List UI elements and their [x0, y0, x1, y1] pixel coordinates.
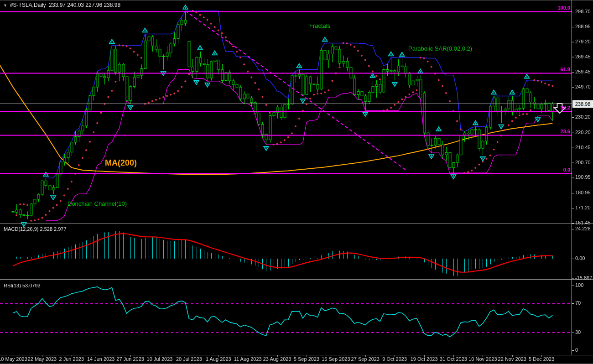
chart-window: ▼#S-TSLA,Daily 233.97 240.03 227.96 238.… — [0, 0, 593, 364]
price-axis-tick: 200.70 — [575, 160, 591, 165]
rsi-axis-tick: 70 — [575, 300, 581, 306]
date-axis-label: 5 Dec 2023 — [529, 356, 554, 362]
chart-title-bar[interactable]: ▼#S-TSLA,Daily 233.97 240.03 227.96 238.… — [3, 2, 120, 8]
date-axis-label: 22 Nov 2023 — [498, 356, 526, 362]
date-axis-label: 23 Aug 2023 — [263, 356, 291, 362]
macd-pane-label: MACD(12,26,9) 2.528 2.977 — [4, 226, 67, 232]
price-axis-tick: 279.20 — [575, 39, 591, 44]
date-axis-label: 9 Oct 2023 — [382, 356, 407, 362]
price-axis-tick: 288.95 — [575, 24, 591, 29]
price-axis-tick: 180.95 — [575, 190, 591, 195]
price-axis-tick: 269.45 — [575, 54, 591, 59]
fractals-label: Fractals — [309, 22, 330, 29]
price-chart-canvas[interactable] — [0, 0, 593, 364]
price-axis-tick: 298.70 — [575, 9, 591, 14]
ma200-label: MA(200) — [105, 158, 137, 168]
date-axis-label: 31 Oct 2023 — [440, 356, 467, 362]
symbol-dropdown-icon[interactable]: ▼ — [3, 3, 7, 8]
donchian-label: Donchian Channel(10) — [68, 200, 127, 207]
title-ohlc-values: 233.97 240.03 227.96 238.98 — [49, 2, 120, 8]
date-axis-label: 10 Jul 2023 — [147, 356, 173, 362]
date-axis-label: 22 May 2023 — [28, 356, 57, 362]
fib-level-label: 38.2 — [561, 105, 570, 110]
price-axis-tick: 161.45 — [575, 220, 591, 225]
fib-level-label: 0.0 — [563, 167, 570, 172]
date-axis-label: 2 Jun 2023 — [59, 356, 84, 362]
price-axis-tick: 230.20 — [575, 114, 591, 120]
date-axis-label: 27 Sep 2023 — [351, 356, 380, 362]
date-axis-label: 19 Oct 2023 — [411, 356, 438, 362]
rsi-axis-tick: 0 — [575, 347, 578, 353]
date-axis-label: 5 Sep 2023 — [294, 356, 319, 362]
current-price-tag: 238.98 — [572, 100, 593, 108]
date-axis-label: 27 Jun 2023 — [116, 356, 144, 362]
date-axis-label: 20 Jul 2023 — [176, 356, 202, 362]
date-axis-label: 10 May 2023 — [0, 356, 27, 362]
fib-level-label: 23.6 — [561, 129, 570, 134]
macd-axis-tick: -15.867 — [575, 275, 592, 281]
rsi-axis-tick: 30 — [575, 329, 581, 335]
price-axis-tick: 220.20 — [575, 130, 591, 135]
rsi-axis-tick: 100 — [575, 282, 583, 288]
price-axis-tick: 210.45 — [575, 145, 591, 150]
macd-axis-tick: 0.00 — [575, 255, 585, 261]
parabolic-sar-label: Parabolic SAR(0.02,0.2) — [408, 45, 472, 52]
fib-level-label: 100.0 — [557, 5, 570, 10]
symbol-title: #S-TSLA,Daily — [10, 2, 46, 8]
date-axis-label: 11 Aug 2023 — [234, 356, 262, 362]
price-axis-tick: 171.20 — [575, 205, 591, 210]
price-axis-tick: 190.95 — [575, 174, 591, 180]
rsi-pane-label: RSI(13) 53.0793 — [4, 283, 41, 288]
price-axis-tick: 249.70 — [575, 84, 591, 89]
macd-axis-tick: 24.228 — [575, 226, 591, 231]
fib-level-label: 61.8 — [561, 67, 570, 72]
date-axis-label: 15 Sep 2023 — [322, 356, 350, 362]
date-axis-label: 1 Aug 2023 — [206, 356, 231, 362]
date-axis-label: 14 Jun 2023 — [87, 356, 115, 362]
price-axis-tick: 259.45 — [575, 69, 591, 74]
date-axis-label: 10 Nov 2023 — [468, 356, 497, 362]
